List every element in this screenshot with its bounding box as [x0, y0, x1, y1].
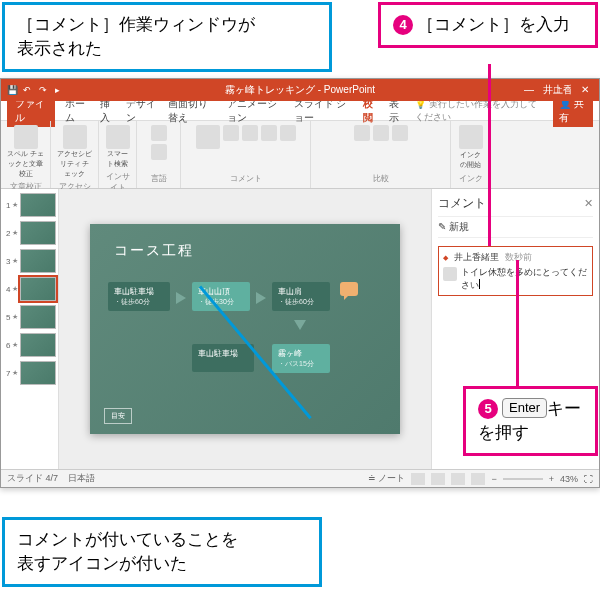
reading-view-icon[interactable]: [451, 473, 465, 485]
enter-key: Enter: [502, 398, 547, 418]
fit-icon[interactable]: ⛶: [584, 474, 593, 484]
ribbon-group-accessibility: アクセシビリティ チェックアクセシビリティ: [51, 121, 99, 188]
arrow-icon: [256, 292, 266, 304]
zoom-slider[interactable]: [503, 478, 543, 480]
ribbon-group-insights: スマート検索インサイト: [99, 121, 137, 188]
new-comment-button[interactable]: 新規: [438, 216, 593, 238]
prev-comment-icon[interactable]: [242, 125, 258, 141]
thumbnail-5[interactable]: 5★: [3, 305, 56, 329]
thumbnail-2[interactable]: 2★: [3, 221, 56, 245]
callout-text: ［コメント］作業ウィンドウが 表示された: [17, 15, 255, 58]
ribbon-group-label: 言語: [151, 173, 167, 184]
reject-icon[interactable]: [392, 125, 408, 141]
language-indicator[interactable]: 日本語: [68, 472, 95, 485]
slide-legend[interactable]: 目安: [104, 408, 132, 424]
slide-indicator[interactable]: スライド 4/7: [7, 472, 58, 485]
slide-canvas[interactable]: コース工程 車山駐車場・徒歩60分 車山山頂・徒歩30分 車山肩・徒歩60分 車…: [59, 189, 431, 469]
save-icon[interactable]: 💾: [7, 85, 17, 95]
avatar-icon: [443, 267, 457, 281]
leader-step5: [516, 260, 519, 386]
delete-comment-icon[interactable]: [223, 125, 239, 141]
next-comment-icon[interactable]: [261, 125, 277, 141]
thumbnail-7[interactable]: 7★: [3, 361, 56, 385]
ribbon-group-proofing: スペル チェックと文章校正文章校正: [1, 121, 51, 188]
translate-icon[interactable]: [151, 125, 167, 141]
tell-me[interactable]: 実行したい作業を入力してください: [415, 99, 537, 122]
quick-access-toolbar[interactable]: 💾 ↶ ↷ ▸: [7, 85, 65, 95]
slide-title[interactable]: コース工程: [114, 242, 194, 260]
slide[interactable]: コース工程 車山駐車場・徒歩60分 車山山頂・徒歩30分 車山肩・徒歩60分 車…: [90, 224, 400, 434]
arrow-icon: [176, 292, 186, 304]
comment-author: 井上香緒里: [454, 251, 499, 264]
callout-text: ［コメント］を入力: [417, 15, 570, 34]
sorter-view-icon[interactable]: [431, 473, 445, 485]
callout-icon-attached: コメントが付いていることを 表すアイコンが付いた: [2, 517, 322, 587]
slide-thumbnails[interactable]: 1★ 2★ 3★ 4★ 5★ 6★ 7★: [1, 189, 59, 469]
step-number: 4: [393, 15, 413, 35]
close-button[interactable]: ✕: [571, 79, 599, 101]
arrow-icon: [294, 320, 306, 330]
maximize-button[interactable]: □: [543, 79, 571, 101]
ribbon-label: スマート検索: [105, 149, 130, 169]
leader-step4: [488, 64, 491, 246]
ribbon-label: アクセシビリティ チェック: [57, 149, 92, 179]
title-bar: 💾 ↶ ↷ ▸ 霧ヶ峰トレッキング - PowerPoint 井上香緒里 — □…: [1, 79, 599, 101]
comments-pane-title: コメント: [438, 195, 486, 212]
start-icon[interactable]: ▸: [55, 85, 65, 95]
thumbnail-1[interactable]: 1★: [3, 193, 56, 217]
spellcheck-icon[interactable]: [14, 125, 38, 149]
accessibility-icon[interactable]: [63, 125, 87, 149]
smart-lookup-icon[interactable]: [106, 125, 130, 149]
show-comments-icon[interactable]: [280, 125, 296, 141]
callout-step4: 4［コメント］を入力: [378, 2, 598, 48]
zoom-level[interactable]: 43%: [560, 474, 578, 484]
zoom-in-icon[interactable]: +: [549, 474, 554, 484]
comment-marker-icon[interactable]: [340, 282, 358, 296]
step-number: 5: [478, 399, 498, 419]
shape-1[interactable]: 車山駐車場・徒歩60分: [108, 282, 170, 311]
accept-icon[interactable]: [373, 125, 389, 141]
language-icon[interactable]: [151, 144, 167, 160]
window-controls: — □ ✕: [515, 79, 599, 101]
callout-step5: 5Enterキーを押す: [463, 386, 598, 456]
close-pane-icon[interactable]: ✕: [584, 197, 593, 210]
ribbon-group-comments: コメント: [181, 121, 311, 188]
ribbon-group-compare: 比較: [311, 121, 451, 188]
status-bar: スライド 4/7 日本語 ≐ ノート − + 43% ⛶: [1, 469, 599, 487]
shape-5[interactable]: 霧ヶ峰・バス15分: [272, 344, 330, 373]
minimize-button[interactable]: —: [515, 79, 543, 101]
shape-3[interactable]: 車山肩・徒歩60分: [272, 282, 330, 311]
new-comment-icon[interactable]: [196, 125, 220, 149]
ribbon-group-label: コメント: [230, 173, 262, 184]
ribbon-label: スペル チェックと文章校正: [7, 149, 44, 179]
shape-4[interactable]: 車山駐車場: [192, 344, 254, 372]
ribbon-group-ink: インクの開始インク: [451, 121, 491, 188]
slideshow-view-icon[interactable]: [471, 473, 485, 485]
ribbon-group-label: 比較: [373, 173, 389, 184]
redo-icon[interactable]: ↷: [39, 85, 49, 95]
zoom-out-icon[interactable]: −: [491, 474, 496, 484]
undo-icon[interactable]: ↶: [23, 85, 33, 95]
document-title: 霧ヶ峰トレッキング - PowerPoint: [225, 83, 375, 97]
ribbon-tabs: ファイル ホーム 挿入 デザイン 画面切り替え アニメーション スライド ショー…: [1, 101, 599, 121]
thumbnail-6[interactable]: 6★: [3, 333, 56, 357]
notes-button[interactable]: ≐ ノート: [368, 472, 406, 485]
thumbnail-3[interactable]: 3★: [3, 249, 56, 273]
ink-icon[interactable]: [459, 125, 483, 149]
callout-text: コメントが付いていることを 表すアイコンが付いた: [17, 530, 238, 573]
callout-pane-shown: ［コメント］作業ウィンドウが 表示された: [2, 2, 332, 72]
ribbon-group-label: インク: [459, 173, 483, 184]
ribbon: スペル チェックと文章校正文章校正 アクセシビリティ チェックアクセシビリティ …: [1, 121, 599, 189]
normal-view-icon[interactable]: [411, 473, 425, 485]
ribbon-group-language: 言語: [137, 121, 181, 188]
ribbon-label: インクの開始: [457, 150, 484, 170]
thumbnail-4[interactable]: 4★: [3, 277, 56, 301]
compare-icon[interactable]: [354, 125, 370, 141]
comment-text-input[interactable]: トイレ休憩を多めにとってください: [461, 267, 588, 291]
